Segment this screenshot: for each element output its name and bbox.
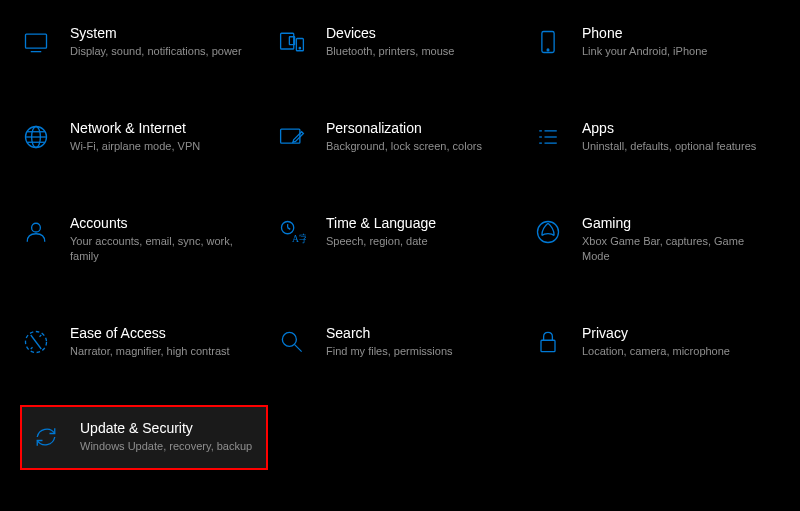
item-title: System — [70, 24, 242, 42]
item-desc: Wi-Fi, airplane mode, VPN — [70, 139, 200, 154]
item-title: Search — [326, 324, 453, 342]
item-desc: Link your Android, iPhone — [582, 44, 707, 59]
item-title: Time & Language — [326, 214, 436, 232]
item-title: Network & Internet — [70, 119, 200, 137]
svg-rect-0 — [26, 34, 47, 48]
text-wrap: Privacy Location, camera, microphone — [582, 324, 730, 359]
text-wrap: Search Find my files, permissions — [326, 324, 453, 359]
settings-item-system[interactable]: System Display, sound, notifications, po… — [20, 18, 268, 65]
apps-icon — [532, 121, 564, 153]
time-language-icon: A字 — [276, 216, 308, 248]
item-desc: Find my files, permissions — [326, 344, 453, 359]
settings-item-search[interactable]: Search Find my files, permissions — [276, 318, 524, 365]
item-title: Personalization — [326, 119, 482, 137]
item-title: Phone — [582, 24, 707, 42]
svg-point-7 — [547, 49, 549, 51]
gaming-icon — [532, 216, 564, 248]
ease-of-access-icon — [20, 326, 52, 358]
settings-item-phone[interactable]: Phone Link your Android, iPhone — [532, 18, 780, 65]
text-wrap: Devices Bluetooth, printers, mouse — [326, 24, 454, 59]
globe-icon — [20, 121, 52, 153]
item-title: Gaming — [582, 214, 762, 232]
search-icon — [276, 326, 308, 358]
devices-icon — [276, 26, 308, 58]
settings-item-ease-of-access[interactable]: Ease of Access Narrator, magnifier, high… — [20, 318, 268, 365]
settings-item-apps[interactable]: Apps Uninstall, defaults, optional featu… — [532, 113, 780, 160]
update-icon — [30, 421, 62, 453]
settings-item-accounts[interactable]: Accounts Your accounts, email, sync, wor… — [20, 208, 268, 270]
svg-point-27 — [282, 332, 296, 346]
item-desc: Windows Update, recovery, backup — [80, 439, 252, 454]
item-desc: Location, camera, microphone — [582, 344, 730, 359]
settings-item-devices[interactable]: Devices Bluetooth, printers, mouse — [276, 18, 524, 65]
item-desc: Background, lock screen, colors — [326, 139, 482, 154]
svg-text:A字: A字 — [292, 233, 306, 244]
item-title: Privacy — [582, 324, 730, 342]
item-desc: Speech, region, date — [326, 234, 436, 249]
text-wrap: System Display, sound, notifications, po… — [70, 24, 242, 59]
settings-item-time[interactable]: A字 Time & Language Speech, region, date — [276, 208, 524, 270]
settings-item-network[interactable]: Network & Internet Wi-Fi, airplane mode,… — [20, 113, 268, 160]
settings-item-update-security[interactable]: Update & Security Windows Update, recove… — [20, 405, 268, 470]
item-desc: Your accounts, email, sync, work, family — [70, 234, 250, 264]
svg-point-5 — [299, 47, 300, 48]
item-desc: Bluetooth, printers, mouse — [326, 44, 454, 59]
svg-point-20 — [32, 223, 41, 232]
item-title: Devices — [326, 24, 454, 42]
settings-item-personalization[interactable]: Personalization Background, lock screen,… — [276, 113, 524, 160]
text-wrap: Network & Internet Wi-Fi, airplane mode,… — [70, 119, 200, 154]
text-wrap: Time & Language Speech, region, date — [326, 214, 436, 249]
item-desc: Display, sound, notifications, power — [70, 44, 242, 59]
text-wrap: Apps Uninstall, defaults, optional featu… — [582, 119, 756, 154]
settings-item-gaming[interactable]: Gaming Xbox Game Bar, captures, Game Mod… — [532, 208, 780, 270]
accounts-icon — [20, 216, 52, 248]
system-icon — [20, 26, 52, 58]
text-wrap: Update & Security Windows Update, recove… — [80, 419, 252, 454]
item-title: Apps — [582, 119, 756, 137]
phone-icon — [532, 26, 564, 58]
item-title: Ease of Access — [70, 324, 230, 342]
svg-point-25 — [538, 222, 559, 243]
item-desc: Narrator, magnifier, high contrast — [70, 344, 230, 359]
text-wrap: Ease of Access Narrator, magnifier, high… — [70, 324, 230, 359]
text-wrap: Personalization Background, lock screen,… — [326, 119, 482, 154]
item-title: Update & Security — [80, 419, 252, 437]
svg-rect-29 — [541, 340, 555, 351]
settings-grid: System Display, sound, notifications, po… — [20, 18, 780, 470]
item-desc: Xbox Game Bar, captures, Game Mode — [582, 234, 762, 264]
item-title: Accounts — [70, 214, 250, 232]
personalization-icon — [276, 121, 308, 153]
svg-line-28 — [295, 345, 302, 352]
settings-item-privacy[interactable]: Privacy Location, camera, microphone — [532, 318, 780, 365]
item-desc: Uninstall, defaults, optional features — [582, 139, 756, 154]
svg-line-23 — [288, 228, 291, 230]
text-wrap: Gaming Xbox Game Bar, captures, Game Mod… — [582, 214, 762, 264]
text-wrap: Phone Link your Android, iPhone — [582, 24, 707, 59]
lock-icon — [532, 326, 564, 358]
svg-rect-2 — [281, 33, 294, 49]
text-wrap: Accounts Your accounts, email, sync, wor… — [70, 214, 250, 264]
